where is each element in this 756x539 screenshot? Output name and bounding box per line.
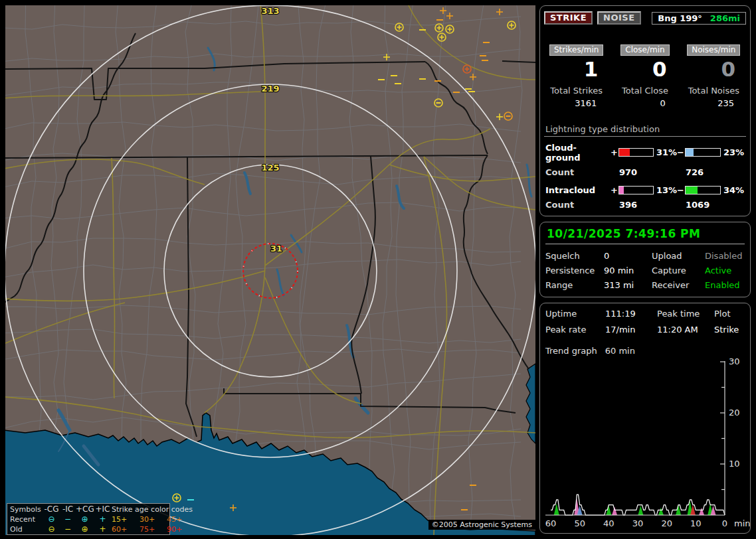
capture-status: Active	[705, 266, 745, 275]
noises-counter-column: Noises/min 0 Total Noises 235	[682, 42, 746, 108]
peak-rate-value: 17/min	[605, 325, 657, 335]
total-strikes-label: Total Strikes	[544, 86, 609, 96]
legend-age-title: Strike age color codes	[112, 504, 191, 514]
close-per-min-value: 0	[613, 56, 677, 84]
legend-col-pos-ic: +IC	[94, 504, 112, 514]
age-code: 75+	[140, 524, 167, 534]
bearing-readout: Bng 199°286mi	[652, 12, 746, 25]
plus-sign: +	[611, 185, 616, 195]
legend-row-old: Old⊖−⊕+60+75+90+	[10, 524, 167, 534]
plot-value: Strike	[714, 325, 745, 335]
legend-col-neg-ic: -IC	[60, 504, 76, 514]
ic-negative-count: 1069	[677, 200, 746, 210]
ic-positive-bar-group: + 13%	[611, 185, 677, 195]
receiver-status: Enabled	[705, 280, 745, 290]
svg-text:30: 30	[729, 356, 740, 366]
count-label: Count	[544, 167, 611, 177]
cloud-ground-count-row: Count 970 726	[544, 167, 746, 177]
svg-text:219: 219	[261, 84, 279, 94]
peak-rate-label: Peak rate	[545, 325, 605, 335]
uptime-trend-panel: Uptime 111:19 Peak time Plot Peak rate 1…	[539, 303, 751, 534]
intracloud-label: Intracloud	[544, 185, 611, 195]
svg-text:40: 40	[603, 518, 614, 528]
legend-glyph: ⊖	[43, 514, 60, 524]
squelch-label: Squelch	[545, 251, 604, 261]
persistence-value: 90 min	[604, 266, 652, 275]
upload-label: Upload	[652, 251, 705, 261]
ic-negative-pct: 34%	[723, 185, 744, 195]
cloud-ground-label: Cloud-ground	[544, 143, 611, 163]
count-label: Count	[544, 200, 611, 210]
legend-glyph: ⊖	[43, 524, 60, 534]
minus-sign: −	[677, 147, 682, 157]
legend-glyph: ⊕	[76, 514, 94, 524]
legend-col-pos-cg: +CG	[76, 504, 94, 514]
total-noises-label: Total Noises	[682, 86, 746, 96]
peak-time-value: 11:20 AM	[657, 325, 714, 335]
svg-text:20: 20	[661, 518, 672, 528]
legend-symbols-header: Symbols	[10, 504, 43, 514]
range-label: Range	[545, 280, 604, 290]
stats-panel: STRIKE NOISE Bng 199°286mi Strikes/min 1…	[539, 5, 751, 216]
uptime-value: 111:19	[605, 309, 657, 319]
strikes-per-min-value: 1	[544, 56, 609, 84]
uptime-label: Uptime	[545, 309, 605, 319]
cg-negative-bar	[685, 148, 721, 157]
cg-positive-pct: 31%	[656, 147, 677, 157]
strike-mode-button[interactable]: STRIKE	[544, 11, 593, 25]
intracloud-row: Intracloud + 13% − 34%	[544, 185, 746, 195]
svg-text:313: 313	[261, 6, 279, 16]
status-panel: 10/21/2025 7:49:16 PM Squelch 0 Upload D…	[539, 222, 751, 297]
age-code: 45+	[167, 514, 191, 524]
cloud-ground-row: Cloud-ground + 31% − 23%	[544, 143, 746, 163]
cg-negative-count: 726	[677, 167, 746, 177]
cg-negative-pct: 23%	[723, 147, 744, 157]
total-close-value: 0	[613, 98, 677, 108]
svg-text:0: 0	[722, 518, 727, 528]
symbol-legend: Symbols -CG -IC +CG +IC Strike age color…	[7, 503, 170, 535]
intracloud-count-row: Count 396 1069	[544, 200, 746, 210]
bearing-distance: 286mi	[710, 13, 740, 23]
plot-header: Plot	[714, 309, 745, 319]
total-close-label: Total Close	[613, 86, 677, 96]
datetime-display: 10/21/2025 7:49:16 PM	[545, 225, 745, 244]
svg-text:10: 10	[729, 459, 740, 469]
svg-text:20: 20	[729, 408, 740, 418]
persistence-label: Persistence	[545, 266, 604, 275]
strike-map[interactable]: 31321912531 Symbols -CG -IC +CG +IC Stri…	[5, 5, 535, 535]
cg-positive-bar-group: + 31%	[611, 147, 677, 157]
close-per-min-chip[interactable]: Close/min	[620, 44, 669, 56]
svg-text:31: 31	[270, 244, 282, 254]
strikes-counter-column: Strikes/min 1 Total Strikes 3161	[544, 42, 609, 108]
peak-time-header: Peak time	[657, 309, 714, 319]
range-value: 313 mi	[604, 280, 652, 290]
legend-glyph: ⊕	[76, 524, 94, 534]
ic-positive-pct: 13%	[656, 185, 677, 195]
noise-mode-button[interactable]: NOISE	[597, 11, 641, 25]
legend-row-label: Old	[10, 524, 43, 534]
legend-glyph: −	[60, 514, 76, 524]
capture-label: Capture	[652, 266, 705, 275]
age-code: 60+	[112, 524, 140, 534]
age-code: 90+	[167, 524, 191, 534]
plus-sign: +	[611, 147, 616, 157]
copyright-label: ©2005 Astrogenic Systems	[428, 520, 535, 530]
legend-glyph: +	[94, 524, 112, 534]
total-noises-value: 235	[682, 98, 746, 108]
cg-positive-bar	[618, 148, 654, 157]
cg-negative-bar-group: − 23%	[677, 147, 746, 157]
noises-per-min-chip[interactable]: Noises/min	[687, 44, 740, 56]
age-code: 30+	[140, 514, 167, 524]
noises-per-min-value: 0	[682, 56, 746, 84]
svg-text:10: 10	[690, 518, 702, 528]
ic-positive-count: 396	[611, 200, 677, 210]
upload-status: Disabled	[705, 251, 745, 261]
ic-positive-bar	[618, 186, 654, 194]
strikes-per-min-chip[interactable]: Strikes/min	[549, 44, 603, 56]
svg-text:60: 60	[545, 518, 557, 528]
squelch-value: 0	[604, 251, 652, 261]
lightning-tracker-app: { "header": { "strike_label": "STRIKE", …	[0, 0, 756, 539]
ic-negative-bar-group: − 34%	[677, 185, 746, 195]
lightning-type-distribution: Lightning type distribution Cloud-ground…	[544, 124, 746, 210]
cg-positive-count: 970	[611, 167, 677, 177]
